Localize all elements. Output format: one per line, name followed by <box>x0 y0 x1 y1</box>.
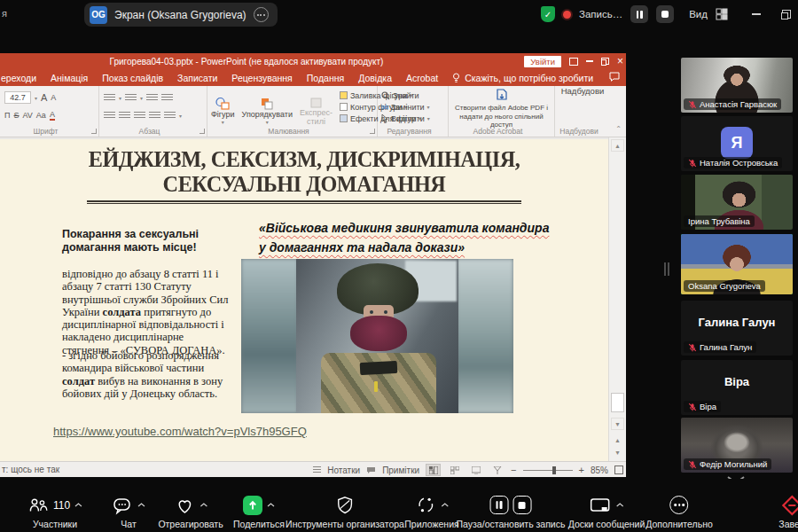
chevron-up-icon[interactable] <box>137 503 145 507</box>
participant-tile[interactable]: Анастасія Гарвасюк <box>681 58 793 113</box>
chevron-up-icon[interactable] <box>200 503 207 507</box>
indent-icon[interactable] <box>146 94 158 102</box>
notes-button[interactable]: Нотатки <box>327 466 360 475</box>
line-spacing-icon[interactable] <box>161 94 173 102</box>
slide-scrollbar[interactable]: ▲ ▼ ▲ ▼ <box>608 137 626 461</box>
adobe-pdf-icon[interactable] <box>495 89 509 102</box>
tab-animation[interactable]: Анімація <box>43 73 95 83</box>
pi-icon[interactable]: Π <box>4 111 11 120</box>
align-center-icon[interactable] <box>119 112 130 120</box>
font-color-icon[interactable]: A <box>50 110 55 121</box>
numbered-list-icon[interactable] <box>125 94 137 102</box>
host-tools-button[interactable]: Инструменты организатора <box>286 494 404 529</box>
ppt-restore-icon[interactable] <box>601 58 609 66</box>
pause-stop-recording-button[interactable]: Пауза/остановить запись <box>457 494 566 529</box>
stop-recording-button[interactable] <box>656 5 674 23</box>
comments-button[interactable]: Примітки <box>382 466 419 475</box>
zoom-slider-thumb[interactable] <box>552 466 556 474</box>
ppt-close-icon[interactable]: × <box>617 56 623 66</box>
strikethrough-icon[interactable]: S <box>14 111 20 120</box>
participant-tile[interactable]: Віра Віра <box>681 360 793 415</box>
change-case-icon[interactable]: Aa <box>36 111 46 120</box>
normal-view-button[interactable] <box>426 464 441 476</box>
participant-tile[interactable]: Я Наталія Островська <box>681 116 793 171</box>
chat-button[interactable]: Чат <box>112 494 145 529</box>
dialog-launcher-icon[interactable] <box>91 129 97 134</box>
sign-in-button[interactable]: Увійти <box>524 56 561 67</box>
zoom-in-icon[interactable]: + <box>579 465 584 475</box>
scroll-down-icon[interactable]: ▼ <box>611 418 624 430</box>
participant-tile-active-speaker[interactable]: Oksana Grygorieva <box>681 234 793 294</box>
previous-slide-icon[interactable]: ▲ <box>611 434 624 446</box>
view-menu[interactable]: Вид <box>689 9 708 20</box>
tell-me-box[interactable]: Скажіть, що потрібно зробити <box>452 73 593 83</box>
zoom-out-icon[interactable]: − <box>511 465 516 475</box>
font-size-input[interactable]: 42.7 <box>4 91 31 104</box>
select-button[interactable]: Виділити▾ <box>378 113 448 124</box>
pause-recording-icon[interactable] <box>489 496 508 514</box>
more-label: Дополнительно <box>645 519 713 529</box>
apps-button[interactable]: Приложения <box>404 494 458 529</box>
bullet-list-icon[interactable] <box>104 94 115 102</box>
tab-record[interactable]: Записати <box>170 73 224 83</box>
tab-transitions-clipped[interactable]: ереходи <box>0 73 43 83</box>
addins-button[interactable]: Надбудови <box>555 86 610 96</box>
comment-bubble-icon[interactable] <box>609 72 620 82</box>
chevron-up-icon[interactable] <box>441 503 449 507</box>
dialog-launcher-icon[interactable] <box>200 129 205 134</box>
share-button[interactable]: Поделиться <box>233 494 285 529</box>
security-shield-icon[interactable]: ✓ <box>541 6 555 22</box>
panel-splitter-handle[interactable] <box>664 262 669 276</box>
boards-button[interactable]: Доски сообщений <box>568 494 645 529</box>
chevron-up-icon[interactable] <box>74 503 82 507</box>
shrink-font-icon[interactable]: A <box>51 93 56 102</box>
tab-review[interactable]: Рецензування <box>224 73 299 83</box>
slide-sorter-view-button[interactable] <box>447 464 462 476</box>
align-right-icon[interactable] <box>134 112 145 120</box>
columns-icon[interactable] <box>164 112 176 120</box>
participant-tile[interactable]: Ірина Трубавіна <box>681 175 793 230</box>
tab-slideshow[interactable]: Показ слайдів <box>95 73 170 83</box>
scroll-up-icon[interactable]: ▲ <box>611 139 624 152</box>
char-spacing-icon[interactable]: AV <box>23 111 33 120</box>
end-call-button[interactable]: Завер <box>778 494 798 529</box>
tab-view[interactable]: Подання <box>300 73 351 83</box>
participants-button[interactable]: 110 Участники <box>27 494 82 529</box>
ribbon-display-options-icon[interactable] <box>569 58 578 66</box>
align-left-icon[interactable] <box>104 112 115 120</box>
fit-slide-icon[interactable] <box>614 466 623 474</box>
justify-icon[interactable] <box>149 112 160 120</box>
zoom-level[interactable]: 85% <box>591 466 608 475</box>
collapse-ribbon-icon[interactable]: ⌃ <box>615 125 622 133</box>
ppt-minimize-icon[interactable] <box>586 60 593 62</box>
pause-recording-button[interactable] <box>630 5 648 23</box>
comments-icon[interactable] <box>366 466 376 474</box>
participant-tile[interactable]: Федір Могильний <box>681 418 793 473</box>
slide-quote: «Військова медикиня звинуватила командир… <box>259 219 556 257</box>
tab-acrobat[interactable]: Acrobat <box>399 73 445 83</box>
minimize-icon[interactable] <box>752 13 761 15</box>
dialog-launcher-icon[interactable] <box>370 129 375 134</box>
tab-help[interactable]: Довідка <box>351 73 399 83</box>
next-slide-icon[interactable]: ▼ <box>611 446 624 458</box>
replace-button[interactable]: ab Замінити▾ <box>378 101 448 113</box>
restore-window-icon[interactable] <box>781 10 791 20</box>
reading-view-button[interactable] <box>468 464 483 476</box>
grow-font-icon[interactable]: A <box>41 92 47 103</box>
layout-grid-icon[interactable] <box>716 8 728 20</box>
notes-icon[interactable] <box>313 466 321 473</box>
more-button[interactable]: Дополнительно <box>645 494 713 529</box>
scrollbar-thumb[interactable] <box>611 393 624 412</box>
chevron-up-icon[interactable] <box>267 503 275 507</box>
react-button[interactable]: Отреагировать <box>158 494 223 529</box>
stop-recording-icon[interactable] <box>512 496 531 514</box>
youtube-link[interactable]: https://www.youtube.com/watch?v=pVls7h95… <box>53 425 307 438</box>
slideshow-view-button[interactable] <box>489 464 505 476</box>
zoom-slider[interactable] <box>523 470 573 471</box>
screen-share-pill[interactable]: OG Экран (Oksana Grygorieva) <box>84 3 278 27</box>
create-pdf-button[interactable]: Створити файл Adobe PDF і надати до ньог… <box>449 104 554 129</box>
find-button[interactable]: Знайти <box>378 90 448 101</box>
chevron-up-icon[interactable] <box>616 503 624 507</box>
ellipsis-icon[interactable] <box>254 7 269 22</box>
participant-tile[interactable]: Галина Галун Галина Галун <box>681 301 793 356</box>
